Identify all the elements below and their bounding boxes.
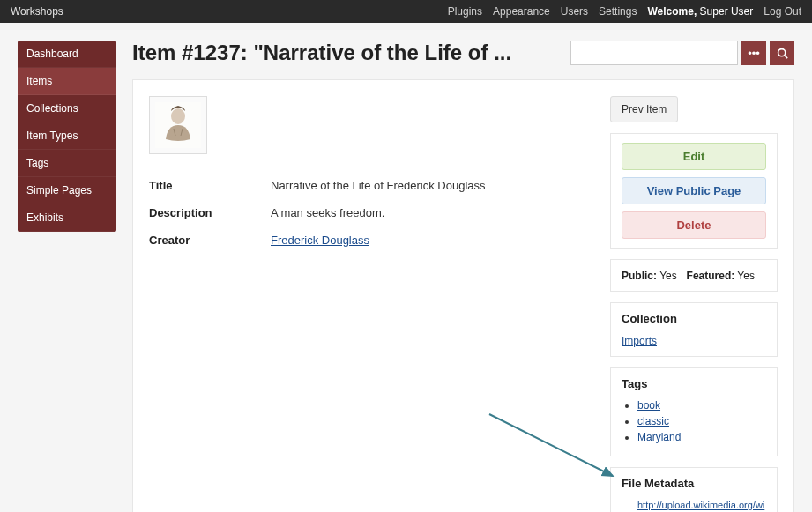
- nav-appearance[interactable]: Appearance: [493, 5, 550, 18]
- nav-settings[interactable]: Settings: [599, 5, 637, 18]
- view-public-button[interactable]: View Public Page: [622, 177, 766, 204]
- nav-simple-pages[interactable]: Simple Pages: [18, 177, 116, 204]
- field-description: Description A man seeks freedom.: [149, 206, 594, 219]
- nav-exhibits[interactable]: Exhibits: [18, 204, 116, 232]
- collection-heading: Collection: [622, 312, 766, 325]
- nav-items[interactable]: Items: [18, 68, 116, 95]
- portrait-sketch-icon: [155, 102, 201, 148]
- tag-link[interactable]: Maryland: [637, 431, 681, 443]
- file-metadata-link[interactable]: http://upload.wikimedia.org/wikipedia/co…: [637, 499, 766, 512]
- search-icon: [777, 48, 788, 59]
- nav-users[interactable]: Users: [561, 5, 588, 18]
- top-nav: Workshops Plugins Appearance Users Setti…: [0, 0, 812, 23]
- edit-button[interactable]: Edit: [622, 143, 766, 170]
- prev-item-button[interactable]: Prev Item: [610, 96, 678, 122]
- tags-heading: Tags: [622, 377, 766, 390]
- field-title: Title Narrative of the Life of Frederick…: [149, 179, 594, 192]
- field-value: Narrative of the Life of Frederick Dougl…: [271, 179, 486, 192]
- actions-box: Edit View Public Page Delete: [610, 133, 778, 249]
- collection-link[interactable]: Imports: [622, 335, 657, 347]
- welcome-label: Welcome, Super User: [647, 5, 753, 18]
- file-metadata-box: File Metadata http://upload.wikimedia.or…: [610, 467, 778, 512]
- svg-point-0: [778, 48, 785, 56]
- field-label: Creator: [149, 234, 271, 247]
- item-thumbnail[interactable]: [149, 96, 207, 154]
- tags-box: Tags book classic Maryland: [610, 367, 778, 456]
- field-value: A man seeks freedom.: [271, 206, 384, 219]
- nav-plugins[interactable]: Plugins: [448, 5, 482, 18]
- collection-box: Collection Imports: [610, 302, 778, 357]
- status-box: Public: Yes Featured: Yes: [610, 259, 778, 292]
- ellipsis-icon: •••: [748, 47, 760, 60]
- field-label: Description: [149, 206, 271, 219]
- search-submit-button[interactable]: [770, 41, 794, 65]
- file-metadata-heading: File Metadata: [622, 477, 766, 490]
- page-title: Item #1237: "Narrative of the Life of ..…: [132, 41, 511, 65]
- search-input[interactable]: [570, 41, 738, 65]
- delete-button[interactable]: Delete: [622, 211, 766, 239]
- nav-collections[interactable]: Collections: [18, 95, 116, 122]
- featured-status: Featured: Yes: [687, 270, 755, 282]
- public-status: Public: Yes: [622, 270, 677, 282]
- creator-link[interactable]: Frederick Douglass: [271, 234, 369, 247]
- tag-link[interactable]: classic: [637, 415, 669, 427]
- nav-dashboard[interactable]: Dashboard: [18, 41, 116, 68]
- nav-logout[interactable]: Log Out: [764, 5, 801, 18]
- top-nav-right: Plugins Appearance Users Settings Welcom…: [448, 5, 801, 18]
- tag-link[interactable]: book: [637, 399, 660, 412]
- field-label: Title: [149, 179, 271, 192]
- search-options-button[interactable]: •••: [741, 41, 766, 65]
- svg-line-1: [784, 55, 786, 57]
- side-nav: Dashboard Items Collections Item Types T…: [18, 41, 116, 232]
- field-creator: Creator Frederick Douglass: [149, 234, 594, 247]
- item-content: Title Narrative of the Life of Frederick…: [149, 96, 594, 261]
- search-bar: •••: [570, 41, 794, 65]
- brand-link[interactable]: Workshops: [11, 5, 63, 18]
- nav-item-types[interactable]: Item Types: [18, 122, 116, 150]
- svg-point-3: [171, 108, 185, 124]
- nav-tags[interactable]: Tags: [18, 150, 116, 177]
